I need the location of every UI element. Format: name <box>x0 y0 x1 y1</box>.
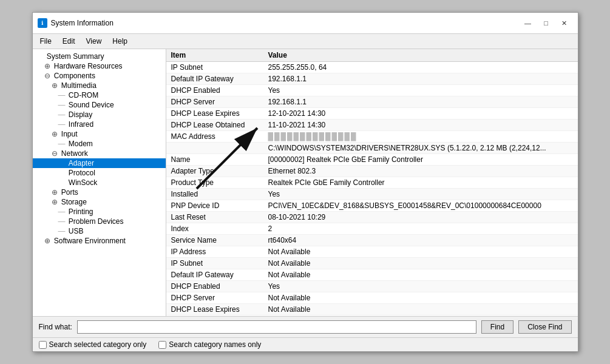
table-row: DHCP Lease ExpiresNot Available <box>166 304 578 315</box>
sidebar-item-system-summary[interactable]: System Summary <box>33 52 166 61</box>
table-cell-item: DHCP Lease Expires <box>166 304 263 315</box>
menu-view[interactable]: View <box>81 35 107 47</box>
sidebar-item-infrared[interactable]: — Infrared <box>33 120 166 129</box>
table-cell-item: Product Type <box>166 177 263 189</box>
sidebar-item-multimedia[interactable]: ⊕ Multimedia <box>33 81 166 90</box>
sidebar-item-hardware-resources[interactable]: ⊕ Hardware Resources <box>33 61 166 71</box>
title-bar: ℹ System Information — □ ✕ <box>33 13 578 34</box>
table-cell-item: MAC Address <box>166 131 263 143</box>
find-label: Find what: <box>39 323 72 331</box>
table-cell-item: PNP Device ID <box>166 200 263 212</box>
table-cell-value: Not Available <box>263 304 578 315</box>
table-cell-item: IP Address <box>166 246 263 258</box>
table-row: Default IP Gateway192.168.1.1 <box>166 73 578 85</box>
find-bar: Find what: Find Close Find <box>33 316 578 337</box>
table-cell-value: C:\WINDOWS\SYSTEM32\DRIVERS\NETR28UX.SYS… <box>263 143 578 154</box>
menu-help[interactable]: Help <box>107 35 132 47</box>
sidebar-item-input[interactable]: ⊕ Input <box>33 129 166 139</box>
search-category-input[interactable] <box>158 341 166 349</box>
table-cell-value: Not Available <box>263 258 578 269</box>
table-row: PNP Device IDPCI\VEN_10EC&DEV_8168&SUBSY… <box>166 200 578 212</box>
table-cell-value: 192.168.1.1 <box>263 73 578 85</box>
search-selected-checkbox[interactable]: Search selected category only <box>39 340 147 349</box>
table-cell-value: 255.255.255.0, 64 <box>263 62 578 73</box>
sidebar-item-winsock[interactable]: WinSock <box>33 178 166 187</box>
table-cell-item: DHCP Enabled <box>166 85 263 96</box>
table-row: Name[00000002] Realtek PCIe GbE Family C… <box>166 154 578 166</box>
close-button[interactable]: ✕ <box>556 16 573 30</box>
table-row: InstalledYes <box>166 189 578 200</box>
table-cell-item: Default IP Gateway <box>166 73 263 85</box>
sidebar-item-storage[interactable]: ⊕ Storage <box>33 197 166 207</box>
table-cell-value: Yes <box>263 281 578 292</box>
table-row: DHCP EnabledYes <box>166 281 578 292</box>
table-cell-value: 12-10-2021 14:30 <box>263 108 578 120</box>
sidebar-item-modem[interactable]: — Modem <box>33 139 166 149</box>
minimize-button[interactable]: — <box>520 16 537 30</box>
table-cell-value: Not Available <box>263 269 578 281</box>
column-item: Item <box>166 49 263 62</box>
table-cell-value: PCI\VEN_10EC&DEV_8168&SUBSYS_E0001458&RE… <box>263 200 578 212</box>
table-row: DHCP Lease Obtained11-10-2021 14:30 <box>166 120 578 131</box>
table-row: IP Subnet255.255.255.0, 64 <box>166 62 578 73</box>
table-cell-value: Yes <box>263 189 578 200</box>
find-button[interactable]: Find <box>481 320 513 334</box>
table-cell-item: Adapter Type <box>166 166 263 177</box>
table-cell-value: 2 <box>263 223 578 235</box>
sidebar-item-adapter[interactable]: Adapter <box>33 158 166 168</box>
table-cell-value: [00000002] Realtek PCIe GbE Family Contr… <box>263 154 578 166</box>
table-cell-item: DHCP Server <box>166 292 263 304</box>
sidebar-item-software-environment[interactable]: ⊕ Software Environment <box>33 236 166 246</box>
sidebar-item-components[interactable]: ⊖ Components <box>33 71 166 81</box>
table-row: DHCP Lease Expires12-10-2021 14:30 <box>166 108 578 120</box>
sidebar-item-printing[interactable]: — Printing <box>33 207 166 217</box>
table-cell-item <box>166 143 263 154</box>
table-row: DHCP Server192.168.1.1 <box>166 96 578 108</box>
menu-edit[interactable]: Edit <box>58 35 80 47</box>
find-input[interactable] <box>77 320 476 334</box>
table-row: Adapter TypeEthernet 802.3 <box>166 166 578 177</box>
sidebar-item-protocol[interactable]: Protocol <box>33 168 166 178</box>
sidebar-item-cd-rom[interactable]: — CD-ROM <box>33 90 166 100</box>
table-cell-item: IP Subnet <box>166 258 263 269</box>
table-cell-item: DHCP Server <box>166 96 263 108</box>
table-cell-value: 08-10-2021 10:29 <box>263 212 578 223</box>
table-cell-value: Yes <box>263 85 578 96</box>
data-table: Item Value IP Subnet255.255.255.0, 64Def… <box>166 49 578 316</box>
table-cell-value: 192.168.1.1 <box>263 96 578 108</box>
sidebar-item-network[interactable]: ⊖ Network <box>33 149 166 158</box>
table-row: IP SubnetNot Available <box>166 258 578 269</box>
table-cell-item: IP Subnet <box>166 62 263 73</box>
table-cell-item: DHCP Lease Obtained <box>166 120 263 131</box>
table-row: C:\WINDOWS\SYSTEM32\DRIVERS\NETR28UX.SYS… <box>166 143 578 154</box>
table-cell-value: Realtek PCIe GbE Family Controller <box>263 177 578 189</box>
table-row: DHCP EnabledYes <box>166 85 578 96</box>
table-cell-item: Last Reset <box>166 212 263 223</box>
table-cell-item: Default IP Gateway <box>166 269 263 281</box>
table-cell-value: rt640x64 <box>263 235 578 246</box>
table-cell-value: Not Available <box>263 246 578 258</box>
table-cell-item: Service Name <box>166 235 263 246</box>
table-cell-item: Name <box>166 154 263 166</box>
table-row: DHCP ServerNot Available <box>166 292 578 304</box>
table-cell-item: Index <box>166 223 263 235</box>
table-row: Index2 <box>166 223 578 235</box>
table-cell-item: DHCP Lease Expires <box>166 108 263 120</box>
window-title: System Information <box>51 19 114 27</box>
sidebar-item-ports[interactable]: ⊕ Ports <box>33 187 166 197</box>
maximize-button[interactable]: □ <box>538 16 555 30</box>
content-area: Item Value IP Subnet255.255.255.0, 64Def… <box>166 49 578 316</box>
sidebar-item-sound-device[interactable]: — Sound Device <box>33 100 166 110</box>
close-find-button[interactable]: Close Find <box>518 320 571 334</box>
search-selected-input[interactable] <box>39 341 47 349</box>
sidebar-item-problem-devices[interactable]: — Problem Devices <box>33 217 166 226</box>
sidebar-item-usb[interactable]: — USB <box>33 226 166 236</box>
app-icon: ℹ <box>38 18 47 28</box>
table-cell-value: ██████████████ <box>263 131 578 143</box>
menu-file[interactable]: File <box>35 35 56 47</box>
table-cell-item: DHCP Enabled <box>166 281 263 292</box>
sidebar-item-display[interactable]: — Display <box>33 110 166 120</box>
system-information-window: ℹ System Information — □ ✕ File Edit Vie… <box>32 12 578 352</box>
title-bar-left: ℹ System Information <box>38 18 114 28</box>
search-category-checkbox[interactable]: Search category names only <box>158 340 261 349</box>
